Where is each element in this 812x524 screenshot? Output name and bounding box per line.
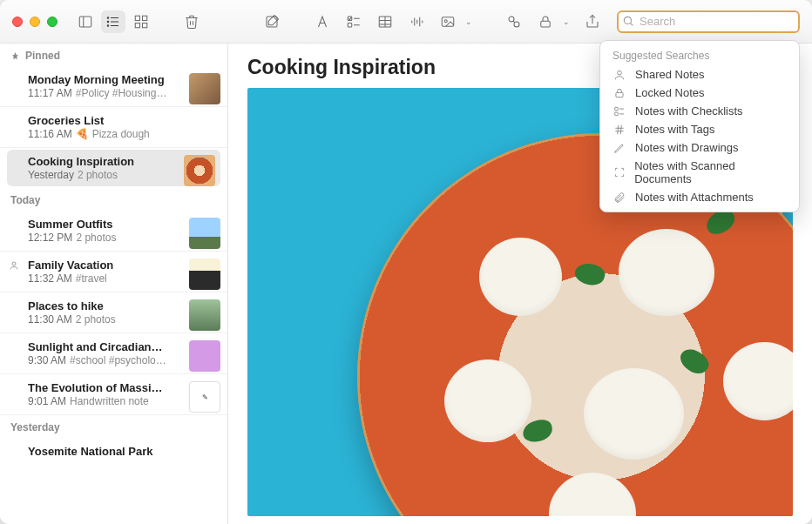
table-button[interactable]: [373, 10, 397, 33]
note-title: Cooking Inspiration: [28, 155, 167, 168]
suggested-attachments[interactable]: Notes with Attachments: [600, 188, 799, 206]
svg-rect-38: [615, 107, 619, 111]
note-title: Places to hike: [28, 299, 167, 312]
svg-point-30: [514, 22, 519, 27]
note-item[interactable]: Yosemite National Park: [0, 438, 227, 465]
svg-point-5: [107, 17, 109, 18]
note-title: Monday Morning Meeting: [28, 73, 167, 86]
section-today: Today: [0, 188, 227, 211]
media-button[interactable]: [436, 10, 460, 33]
svg-point-28: [444, 19, 447, 22]
svg-point-34: [624, 17, 631, 24]
lock-icon: [612, 87, 626, 99]
svg-rect-37: [616, 92, 623, 97]
svg-line-45: [620, 124, 621, 134]
list-view-button[interactable]: [101, 10, 125, 33]
svg-point-36: [618, 71, 622, 75]
suggested-searches-popover: Suggested Searches Shared Notes Locked N…: [599, 40, 800, 212]
svg-rect-11: [143, 23, 147, 27]
scan-icon: [612, 166, 626, 178]
section-yesterday: Yesterday: [0, 415, 227, 438]
note-item[interactable]: Summer Outfits 12:12 PM 2 photos: [0, 211, 227, 252]
suggested-item-label: Locked Notes: [635, 86, 705, 99]
suggested-scanned[interactable]: Notes with Scanned Documents: [600, 157, 799, 188]
note-thumbnail: [189, 340, 220, 372]
svg-line-35: [631, 23, 633, 25]
note-title: Yosemite National Park: [28, 445, 167, 458]
note-thumbnail: ✎: [189, 381, 220, 413]
checklist-button[interactable]: [342, 10, 366, 33]
delete-note-button[interactable]: [179, 10, 204, 33]
suggested-shared-notes[interactable]: Shared Notes: [600, 65, 799, 84]
svg-rect-10: [135, 23, 139, 27]
note-title: Sunlight and Circadian…: [28, 340, 167, 353]
suggested-drawings[interactable]: Notes with Drawings: [600, 138, 799, 157]
note-thumbnail: [189, 218, 220, 249]
suggested-searches-header: Suggested Searches: [600, 48, 799, 65]
svg-point-29: [509, 17, 514, 22]
search-icon: [622, 15, 634, 30]
zoom-window-button[interactable]: [47, 17, 58, 27]
note-item[interactable]: Family Vacation 11:32 AM #travel: [0, 252, 227, 292]
pizza-emoji-icon: 🍕: [76, 128, 89, 140]
svg-rect-9: [143, 16, 147, 20]
new-note-button[interactable]: [260, 10, 284, 33]
suggested-item-label: Shared Notes: [635, 68, 705, 81]
svg-line-44: [618, 124, 619, 134]
notes-sidebar: Pinned Monday Morning Meeting 11:17 AM #…: [0, 44, 228, 524]
note-thumbnail: [184, 155, 215, 186]
search-input[interactable]: [617, 10, 800, 33]
suggested-item-label: Notes with Checklists: [635, 104, 743, 118]
suggested-locked-notes[interactable]: Locked Notes: [600, 84, 799, 102]
app-window: ⌄ ⌄ Suggested Searches Shared Notes Lock…: [0, 0, 812, 524]
lock-button[interactable]: [533, 10, 558, 33]
note-item[interactable]: Monday Morning Meeting 11:17 AM #Policy …: [0, 66, 227, 107]
media-chevron-down-icon[interactable]: ⌄: [465, 17, 472, 26]
people-icon: [612, 69, 626, 81]
svg-rect-16: [348, 23, 352, 27]
note-title: The Evolution of Massi…: [28, 381, 167, 394]
audio-button[interactable]: [404, 10, 429, 33]
shared-icon: [9, 260, 19, 273]
note-subtitle: 11:16 AM 🍕 Pizza dough: [28, 128, 219, 140]
suggested-item-label: Notes with Attachments: [635, 191, 754, 204]
pin-icon: [10, 51, 20, 61]
note-item[interactable]: Sunlight and Circadian… 9:30 AM #school …: [0, 333, 227, 374]
close-window-button[interactable]: [12, 17, 23, 27]
pencil-icon: [612, 142, 626, 154]
link-button[interactable]: [502, 10, 526, 33]
note-title: Groceries List: [28, 114, 167, 127]
hash-icon: [612, 124, 626, 136]
svg-rect-0: [79, 17, 91, 27]
svg-rect-40: [615, 112, 619, 116]
note-thumbnail: [189, 299, 220, 331]
search-wrapper: [617, 10, 800, 33]
checklist-icon: [612, 105, 626, 118]
lock-chevron-down-icon[interactable]: ⌄: [563, 17, 570, 26]
note-title: Family Vacation: [28, 259, 167, 272]
svg-line-31: [513, 21, 515, 23]
gallery-view-button[interactable]: [129, 10, 153, 33]
sidebar-toggle-button[interactable]: [73, 10, 98, 33]
paperclip-icon: [612, 191, 626, 204]
format-text-button[interactable]: [310, 10, 335, 33]
suggested-item-label: Notes with Scanned Documents: [634, 159, 787, 185]
suggested-tags[interactable]: Notes with Tags: [600, 120, 799, 138]
note-title: Summer Outfits: [28, 218, 167, 231]
svg-point-7: [107, 24, 109, 26]
note-item[interactable]: Groceries List 11:16 AM 🍕 Pizza dough: [0, 107, 227, 148]
minimize-window-button[interactable]: [30, 17, 40, 27]
svg-rect-8: [135, 16, 139, 20]
note-item-selected[interactable]: Cooking Inspiration Yesterday 2 photos: [7, 150, 220, 186]
note-thumbnail: [189, 73, 220, 104]
svg-rect-32: [541, 21, 551, 27]
note-item[interactable]: The Evolution of Massi… 9:01 AM Handwrit…: [0, 374, 227, 415]
titlebar: ⌄ ⌄: [0, 0, 812, 44]
svg-point-46: [12, 262, 16, 265]
suggested-checklists[interactable]: Notes with Checklists: [600, 102, 799, 120]
suggested-item-label: Notes with Drawings: [635, 141, 739, 154]
share-button[interactable]: [580, 10, 605, 33]
suggested-item-label: Notes with Tags: [635, 123, 715, 136]
svg-point-6: [107, 21, 109, 23]
note-item[interactable]: Places to hike 11:30 AM 2 photos: [0, 292, 227, 333]
